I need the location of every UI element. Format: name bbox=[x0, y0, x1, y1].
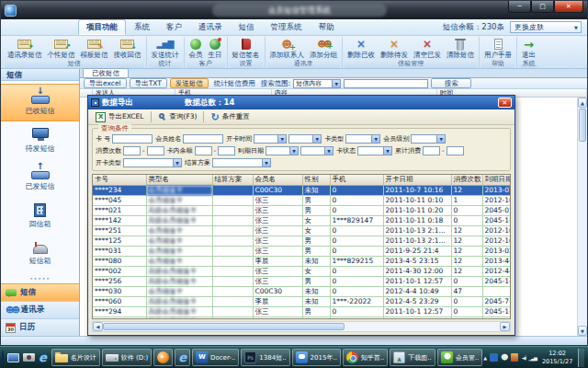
scroll-left-icon[interactable]: ◀ bbox=[93, 322, 103, 331]
query-dropdown[interactable]: ▼ bbox=[212, 158, 271, 167]
ribbon-button[interactable]: 退出 bbox=[519, 37, 538, 60]
dialog-toolbar-button[interactable]: 查询(F3) bbox=[154, 110, 201, 123]
query-dropdown[interactable]: ▼ bbox=[300, 146, 334, 155]
nav-item[interactable]: 通讯录 bbox=[1, 301, 79, 318]
scroll-thumb[interactable] bbox=[103, 323, 345, 330]
close-button[interactable]: ✕ bbox=[554, 1, 583, 13]
scroll-thumb[interactable] bbox=[579, 109, 586, 142]
taskbar-item[interactable]: 1384短.. bbox=[241, 349, 289, 366]
ribbon-button[interactable]: 发送统计 bbox=[149, 37, 182, 60]
ribbon-button[interactable]: 删除已收 bbox=[345, 37, 378, 60]
grid-row[interactable]: ****256高级会员储值卡张三男02011-10-1 12:5702045-1… bbox=[93, 276, 511, 286]
sidebar-item[interactable]: 待发短信 bbox=[1, 121, 79, 159]
nav-item[interactable]: 日历 bbox=[1, 318, 79, 336]
grid-column-header[interactable]: 结算方案 bbox=[212, 175, 253, 185]
grid-column-header[interactable]: 卡号 bbox=[93, 175, 146, 185]
taskbar-item[interactable]: Docer-.. bbox=[192, 349, 239, 366]
ribbon-tab[interactable]: 帮助 bbox=[311, 19, 343, 35]
scroll-up-icon[interactable]: ▲ bbox=[578, 98, 587, 108]
ribbon-button[interactable]: 模板短信 bbox=[78, 37, 111, 60]
tray-qq-icon[interactable] bbox=[501, 353, 508, 362]
query-dropdown[interactable]: ▼ bbox=[288, 134, 322, 144]
vertical-scrollbar[interactable]: ▲ ▼ bbox=[577, 98, 587, 336]
send-sms-button[interactable]: 发送短信 bbox=[170, 78, 209, 88]
grid-column-header[interactable]: 手机 bbox=[330, 175, 383, 185]
grid-row[interactable]: ****080会员储值卡李晨未知1***8292152013-4-5 23:15… bbox=[93, 256, 511, 266]
grid-column-header[interactable]: 会员名 bbox=[253, 175, 302, 185]
dialog-toolbar-button[interactable]: 条件重置 bbox=[207, 110, 253, 124]
grid-row[interactable]: ****142高级会员储值卡张三女1***8291472011-10-11 0:… bbox=[93, 215, 511, 225]
change-skin-dropdown[interactable]: 更换皮肤 ▼ bbox=[510, 21, 582, 33]
query-input[interactable] bbox=[447, 146, 464, 155]
export-txt-button[interactable]: 导出TXT bbox=[130, 78, 167, 88]
search-input[interactable] bbox=[344, 79, 428, 88]
query-dropdown[interactable]: ▼ bbox=[345, 134, 380, 144]
dialog-close-button[interactable]: ✕ bbox=[498, 98, 512, 108]
export-excel-button[interactable]: 导出excel bbox=[84, 78, 127, 88]
query-input[interactable] bbox=[147, 146, 164, 155]
sidebar-item[interactable]: 已发短信 bbox=[1, 159, 79, 197]
maximize-button[interactable]: ▢ bbox=[531, 1, 554, 13]
ribbon-button[interactable]: 个性短信 bbox=[45, 37, 78, 60]
search-button[interactable]: 搜索 bbox=[431, 78, 471, 88]
ribbon-button[interactable]: 添加联系人 bbox=[267, 37, 308, 60]
ribbon-button[interactable]: 删除待发 bbox=[378, 37, 411, 60]
tray-lang-icon[interactable] bbox=[490, 353, 498, 362]
nav-item[interactable]: 短信 bbox=[1, 283, 79, 301]
taskbar-item[interactable]: 下载图.. bbox=[390, 349, 435, 366]
tray-vol-icon[interactable] bbox=[521, 353, 526, 362]
query-dropdown[interactable]: ▼ bbox=[411, 134, 446, 144]
grid-row[interactable]: ****251会员储值卡张三女02011-10-13 2:1...122012-… bbox=[93, 225, 511, 236]
query-input[interactable] bbox=[183, 134, 223, 144]
grid-row[interactable]: ****031会员储值卡张三男02011-9-25 21:4122013-02-… bbox=[93, 246, 511, 256]
grid-row[interactable]: ****294高级会员储值卡张三男02011-10-1 12:5702045-1… bbox=[93, 306, 511, 316]
start-button[interactable] bbox=[2, 350, 4, 366]
ribbon-button[interactable]: 清除短信 bbox=[444, 37, 477, 60]
dialog-toolbar-button[interactable]: 导出EXCEL bbox=[92, 110, 148, 124]
tray-sec-icon[interactable] bbox=[511, 353, 518, 362]
tray-net-icon[interactable] bbox=[528, 353, 537, 362]
ribbon-button[interactable]: 用户手册 bbox=[481, 37, 514, 60]
query-input[interactable] bbox=[423, 146, 440, 155]
query-dropdown[interactable]: ▼ bbox=[357, 146, 392, 155]
minimize-button[interactable]: ─ bbox=[508, 1, 531, 13]
grid-column-header[interactable]: 到期日期 bbox=[482, 175, 511, 185]
ribbon-tab[interactable]: 客户 bbox=[158, 19, 190, 35]
taskbar-item[interactable]: 会员管.. bbox=[437, 349, 482, 366]
ribbon-button[interactable]: 通讯录短信 bbox=[5, 37, 45, 60]
sidebar-item[interactable]: 短信箱 bbox=[1, 235, 79, 272]
grid-column-header[interactable]: 消费次数 bbox=[451, 175, 482, 185]
grid-column-header[interactable]: 类型名 bbox=[146, 175, 212, 185]
taskbar-item[interactable]: 2015年.. bbox=[292, 349, 341, 366]
sidebar-item[interactable]: 回信箱 bbox=[1, 197, 79, 235]
grid-row[interactable]: ****021高级会员储值卡张三男02011-10-11 0:2002045-0… bbox=[93, 205, 511, 215]
ribbon-button[interactable]: 添加分组 bbox=[307, 37, 340, 60]
show-desktop-button[interactable] bbox=[578, 349, 584, 367]
sidebar-splitter[interactable]: ••••• bbox=[1, 276, 79, 283]
grid-row[interactable]: ****002高级会员储值卡张三女02011-4-30 12:00122012-… bbox=[93, 266, 511, 276]
grid-row[interactable]: ****030会员储值卡C00C30未知02012-4-4 10:4947 bbox=[93, 286, 511, 296]
scroll-right-icon[interactable]: ▶ bbox=[500, 322, 510, 331]
ribbon-tab[interactable]: 短信 bbox=[231, 19, 263, 35]
scroll-down-icon[interactable]: ▼ bbox=[578, 326, 587, 336]
query-input[interactable] bbox=[218, 146, 235, 155]
grid-row[interactable]: ****075高级会员储值卡李晨未知1***9525252012-4-5 23:… bbox=[93, 316, 511, 319]
grid-row[interactable]: ****045会员储值卡张三男02011-10-11 0:1012012-10-… bbox=[93, 195, 511, 205]
taskbar-item[interactable]: 名片设计 bbox=[51, 349, 100, 366]
taskbar-item[interactable] bbox=[153, 349, 173, 366]
taskbar-item[interactable] bbox=[175, 349, 190, 366]
ribbon-tab[interactable]: 系统 bbox=[126, 19, 158, 35]
grid-row[interactable]: ****125会员储值卡张三男02011-10-13 2:1...122012-… bbox=[93, 236, 511, 246]
clock[interactable]: 12:02 2015/1/27 bbox=[539, 350, 575, 366]
tab-received-sms[interactable]: 已收短信 bbox=[83, 68, 129, 77]
ribbon-tab[interactable]: 通讯录 bbox=[190, 19, 231, 35]
ribbon-button[interactable]: 接收回信 bbox=[111, 37, 144, 60]
grid-row[interactable]: ****234会员储值卡C00C30未知02011-10-7 10:161220… bbox=[93, 185, 511, 195]
query-input[interactable] bbox=[112, 134, 153, 144]
taskbar-item[interactable]: 知乎首.. bbox=[343, 349, 388, 366]
ribbon-button[interactable]: 清空已发 bbox=[411, 37, 444, 60]
query-input[interactable] bbox=[123, 146, 141, 155]
query-dropdown[interactable]: ▼ bbox=[254, 134, 287, 144]
search-scope-dropdown[interactable]: 短信内容 ▼ bbox=[293, 79, 341, 88]
query-dropdown[interactable]: ▼ bbox=[266, 146, 299, 155]
